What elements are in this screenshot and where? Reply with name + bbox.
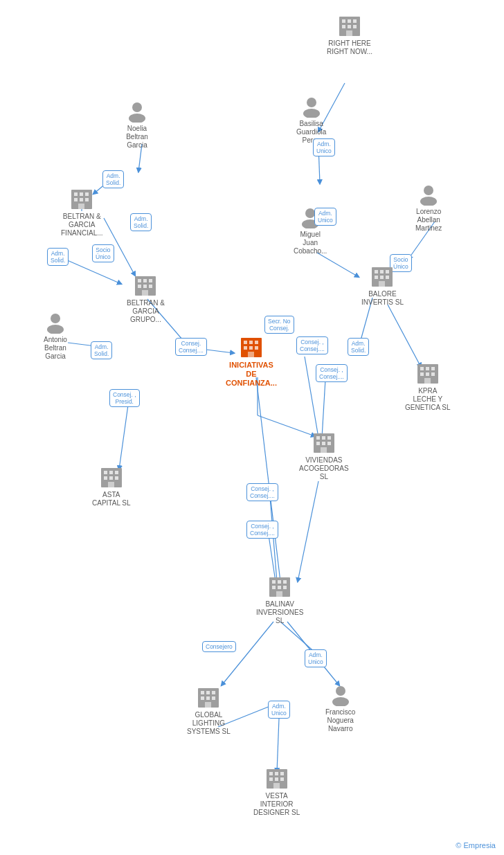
svg-rect-48 (85, 192, 89, 196)
asta-label: ASTACAPITAL SL (92, 491, 131, 507)
svg-rect-101 (316, 442, 320, 445)
node-basilisa: BasilisaGuardiolaPerez (296, 96, 326, 145)
node-beltran-garcia-grupo: BELTRAN &GARCIAGRUPO... (127, 272, 165, 324)
svg-rect-107 (278, 580, 281, 584)
node-beltran-garcia-financial: BELTRAN &GARCIAFINANCIAL... (61, 186, 103, 237)
antonio-label: AntonioBeltranGarcia (44, 336, 67, 361)
svg-rect-106 (272, 580, 276, 584)
svg-rect-117 (201, 696, 204, 700)
svg-rect-67 (244, 346, 247, 350)
node-viviendas: VIVIENDASACOGEDORASSL (299, 429, 349, 481)
company-icon-viviendas (312, 429, 336, 454)
svg-rect-49 (74, 198, 78, 201)
svg-rect-68 (249, 346, 253, 350)
badge-consej-center: Consej. ,Consej.... (296, 336, 328, 354)
svg-rect-58 (143, 285, 147, 288)
viviendas-label: VIVIENDASACOGEDORASSL (299, 456, 349, 481)
watermark-symbol: © (456, 841, 461, 849)
miguel-label: MiguelJuanCobacho... (294, 231, 327, 255)
svg-point-72 (420, 197, 437, 206)
right-here-label: RIGHT HERE RIGHT NOW... (322, 39, 377, 56)
svg-rect-129 (280, 777, 284, 781)
svg-rect-55 (143, 279, 147, 282)
svg-rect-116 (212, 691, 215, 694)
badge-consej-consej: Consej.Consej.... (175, 338, 207, 356)
svg-rect-112 (276, 591, 282, 597)
svg-rect-83 (426, 367, 429, 370)
svg-rect-77 (375, 276, 378, 279)
svg-rect-82 (420, 367, 424, 370)
svg-rect-50 (80, 198, 83, 201)
svg-rect-56 (149, 279, 152, 282)
svg-rect-35 (342, 25, 345, 28)
svg-rect-69 (255, 346, 258, 350)
node-lorenzo: LorenzoAbellanMartinez (415, 183, 442, 233)
balinav-label: BALINAVINVERSIONESSL (256, 600, 303, 625)
svg-rect-124 (269, 772, 273, 775)
svg-rect-54 (138, 279, 141, 282)
node-kpra: KPRALECHE YGENETICA SL (405, 360, 451, 412)
svg-line-24 (222, 622, 273, 685)
svg-rect-60 (142, 290, 148, 296)
svg-line-16 (388, 305, 421, 367)
svg-rect-119 (212, 696, 215, 700)
node-antonio: AntonioBeltranGarcia (44, 312, 67, 361)
svg-point-39 (307, 98, 316, 107)
badge-adm-solid-antonio: Adm.Solid. (91, 341, 112, 359)
svg-rect-38 (346, 30, 352, 36)
svg-rect-76 (386, 270, 389, 273)
svg-rect-120 (205, 702, 211, 708)
svg-line-7 (66, 260, 121, 284)
svg-rect-46 (74, 192, 78, 196)
svg-point-71 (424, 186, 433, 195)
node-noelia: NoeliaBeltranGarcia (126, 100, 148, 150)
svg-point-122 (332, 697, 349, 706)
company-icon-balinav (267, 573, 292, 598)
svg-rect-59 (149, 285, 152, 288)
svg-rect-100 (327, 436, 331, 440)
svg-rect-110 (278, 586, 281, 589)
svg-rect-91 (109, 471, 113, 474)
badge-consej-presid: Consej. ,Presid. (109, 389, 140, 407)
svg-rect-85 (420, 372, 424, 376)
company-icon (337, 12, 362, 37)
company-icon-global (196, 684, 221, 709)
svg-rect-78 (380, 276, 384, 279)
svg-point-61 (51, 314, 60, 323)
svg-rect-57 (138, 285, 141, 288)
company-icon-vesta (264, 765, 289, 790)
svg-point-62 (47, 325, 64, 334)
svg-rect-96 (108, 482, 114, 487)
svg-point-121 (336, 686, 345, 696)
company-icon-bgg (133, 272, 158, 297)
svg-rect-99 (322, 436, 325, 440)
badge-adm-unico-vesta: Adm.Unico (268, 701, 290, 719)
badge-adm-solid-left: Adm.Solid. (47, 248, 69, 266)
badge-consejero-global: Consejero (202, 641, 236, 652)
person-icon-francisco (330, 684, 352, 706)
watermark: © Empresia (456, 841, 496, 849)
svg-line-21 (298, 481, 318, 582)
person-icon-noelia (126, 100, 148, 123)
svg-rect-118 (206, 696, 210, 700)
company-icon-iniciativas (239, 334, 264, 359)
svg-rect-93 (104, 476, 107, 480)
svg-rect-84 (431, 367, 435, 370)
svg-rect-111 (283, 586, 287, 589)
svg-point-44 (129, 114, 145, 123)
svg-rect-90 (104, 471, 107, 474)
svg-rect-51 (85, 198, 89, 201)
svg-rect-36 (348, 25, 351, 28)
svg-rect-74 (375, 270, 378, 273)
company-icon-kpra (415, 360, 440, 385)
badge-consej-center-lower: Consej. ,Consej.... (316, 364, 348, 382)
svg-rect-32 (342, 19, 345, 23)
svg-line-29 (256, 377, 280, 582)
svg-rect-125 (275, 772, 278, 775)
watermark-text: Empresia (464, 841, 496, 849)
svg-rect-52 (78, 204, 84, 209)
svg-point-40 (303, 109, 320, 118)
svg-rect-70 (248, 352, 254, 357)
node-francisco: FranciscoNogueraNavarro (325, 684, 355, 733)
balore-label: BALOREINVERTIS SL (361, 290, 404, 307)
